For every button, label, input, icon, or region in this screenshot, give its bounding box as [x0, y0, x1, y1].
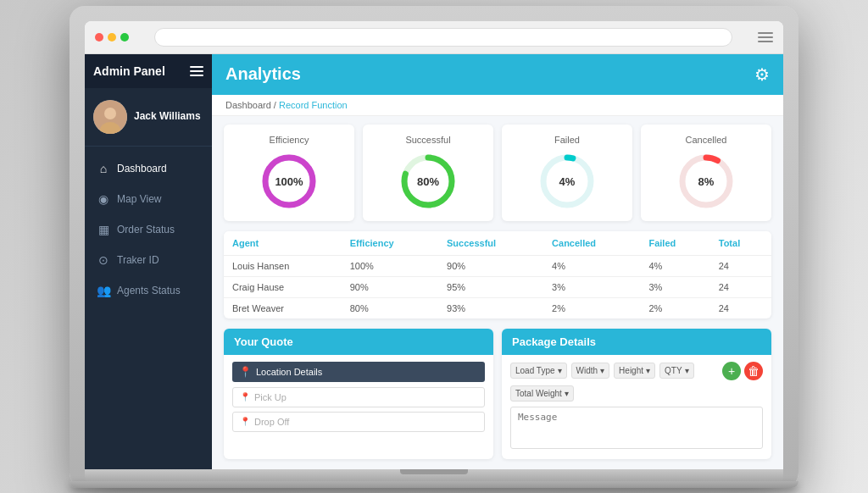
cell-agent: Bret Weaver — [224, 297, 342, 319]
h-line-3 — [190, 75, 203, 76]
sidebar-item-map-view[interactable]: ◉ Map View — [85, 184, 212, 214]
package-panel-header: Package Details — [502, 329, 771, 355]
page-title: Analytics — [225, 64, 301, 84]
breadcrumb: Dashboard / Record Function — [212, 95, 783, 116]
hamburger-button[interactable] — [190, 66, 203, 76]
table-header-row: Agent Efficiency Successful Cancelled Fa… — [224, 231, 771, 256]
cell-total: 24 — [710, 255, 771, 276]
browser-url-bar — [154, 28, 732, 47]
width-select[interactable]: Width ▾ — [571, 363, 610, 379]
pin-icon: 📍 — [239, 366, 252, 378]
app-container: Admin Panel Jack — [85, 54, 783, 469]
quote-panel-header: Your Quote — [224, 329, 493, 355]
sidebar-item-label-traker: Traker ID — [117, 254, 159, 266]
height-select[interactable]: Height ▾ — [614, 363, 655, 379]
table-row: Louis Hansen100%90%4%4%24 — [224, 255, 771, 276]
package-panel-body: Load Type ▾ Width ▾ Height — [502, 355, 771, 459]
cell-agent: Louis Hansen — [224, 255, 342, 276]
menu-line-3 — [758, 41, 773, 42]
dot-red[interactable] — [95, 33, 103, 42]
quote-panel-body: 📍 Location Details 📍 Pick Up 📍 Drop Off — [224, 355, 493, 443]
table-row: Craig Hause90%95%3%3%24 — [224, 276, 771, 297]
stat-card-efficiency: Efficiency 100% — [224, 125, 354, 221]
browser-menu-button[interactable] — [758, 32, 773, 42]
stat-value-efficiency: 100% — [275, 174, 303, 187]
stat-label-cancelled: Cancelled — [686, 135, 727, 145]
quote-panel: Your Quote 📍 Location Details 📍 Pick Up — [224, 329, 493, 459]
cell-failed: 3% — [640, 276, 709, 297]
target-icon: ⊙ — [97, 253, 110, 267]
sidebar-item-label-dashboard: Dashboard — [117, 163, 167, 174]
total-weight-label: Total Weight — [515, 389, 562, 398]
stat-card-successful: Successful 80% — [363, 125, 493, 221]
delete-package-button[interactable]: 🗑 — [744, 362, 763, 380]
svg-point-1 — [104, 108, 116, 119]
h-line-2 — [190, 70, 203, 72]
stat-label-efficiency: Efficiency — [270, 135, 309, 145]
data-table: Agent Efficiency Successful Cancelled Fa… — [224, 231, 771, 319]
sidebar-item-traker-id[interactable]: ⊙ Traker ID — [85, 245, 212, 275]
cell-total: 24 — [710, 276, 771, 297]
donut-efficiency: 100% — [259, 152, 319, 211]
dropoff-pin-icon: 📍 — [240, 417, 250, 426]
load-type-select[interactable]: Load Type ▾ — [510, 363, 567, 379]
donut-successful: 80% — [398, 152, 458, 211]
load-type-chevron: ▾ — [558, 366, 562, 375]
dot-yellow[interactable] — [108, 33, 116, 42]
dot-green[interactable] — [120, 33, 129, 42]
total-weight-chevron: ▾ — [565, 389, 569, 398]
package-panel: Package Details Load Type ▾ Width — [502, 329, 771, 459]
qty-label: QTY — [665, 366, 682, 375]
col-failed: Failed — [640, 231, 709, 256]
cell-successful: 93% — [438, 297, 543, 319]
pickup-pin-icon: 📍 — [240, 392, 250, 402]
message-textarea[interactable] — [510, 407, 763, 449]
content-area: Efficiency 100% Successful — [212, 116, 783, 469]
stat-card-cancelled: Cancelled 8% — [641, 125, 771, 221]
laptop-frame: Admin Panel Jack — [70, 6, 798, 488]
sidebar-item-agents-status[interactable]: 👥 Agents Status — [85, 275, 212, 306]
user-name: Jack Williams — [134, 110, 201, 124]
total-weight-select[interactable]: Total Weight ▾ — [510, 385, 574, 402]
avatar — [93, 100, 127, 134]
menu-line-2 — [758, 36, 773, 38]
sidebar-item-label-map: Map View — [117, 193, 161, 205]
cell-cancelled: 2% — [543, 297, 640, 319]
width-label: Width — [576, 366, 598, 375]
breadcrumb-link[interactable]: Record Function — [279, 100, 348, 110]
bottom-section: Your Quote 📍 Location Details 📍 Pick Up — [224, 329, 771, 459]
stat-card-failed: Failed 4% — [502, 125, 632, 221]
browser-bar — [85, 21, 783, 54]
table-row: Bret Weaver80%93%2%2%24 — [224, 297, 771, 319]
pickup-input[interactable]: 📍 Pick Up — [232, 387, 485, 407]
qty-chevron: ▾ — [685, 366, 689, 375]
weight-row: Total Weight ▾ — [510, 385, 763, 402]
add-package-button[interactable]: + — [722, 362, 741, 380]
cell-efficiency: 100% — [342, 255, 438, 276]
menu-line-1 — [758, 32, 773, 34]
settings-icon[interactable]: ⚙ — [754, 64, 770, 85]
col-agent: Agent — [224, 231, 342, 256]
location-header-label: Location Details — [256, 367, 322, 377]
table: Agent Efficiency Successful Cancelled Fa… — [224, 231, 771, 319]
sidebar-item-order-status[interactable]: ▦ Order Status — [85, 214, 212, 245]
location-header: 📍 Location Details — [232, 362, 485, 382]
stat-label-failed: Failed — [554, 135, 580, 145]
home-icon: ⌂ — [97, 162, 110, 175]
sidebar-header: Admin Panel — [85, 54, 212, 88]
laptop-notch — [400, 469, 468, 474]
sidebar-title: Admin Panel — [93, 64, 165, 78]
dropoff-input[interactable]: 📍 Drop Off — [232, 412, 485, 432]
qty-select[interactable]: QTY ▾ — [659, 363, 694, 379]
breadcrumb-static: Dashboard / — [225, 100, 276, 110]
user-section: Jack Williams — [85, 88, 212, 147]
sidebar-item-dashboard[interactable]: ⌂ Dashboard — [85, 153, 212, 184]
stat-cards: Efficiency 100% Successful — [224, 125, 771, 221]
laptop-base — [85, 469, 783, 481]
height-label: Height — [619, 366, 643, 375]
cell-failed: 2% — [640, 297, 709, 319]
sidebar-nav: ⌂ Dashboard ◉ Map View ▦ Order Status ⊙ … — [85, 147, 212, 469]
height-chevron: ▾ — [646, 366, 650, 375]
stat-value-failed: 4% — [559, 174, 576, 187]
main-header: Analytics ⚙ — [212, 54, 783, 95]
